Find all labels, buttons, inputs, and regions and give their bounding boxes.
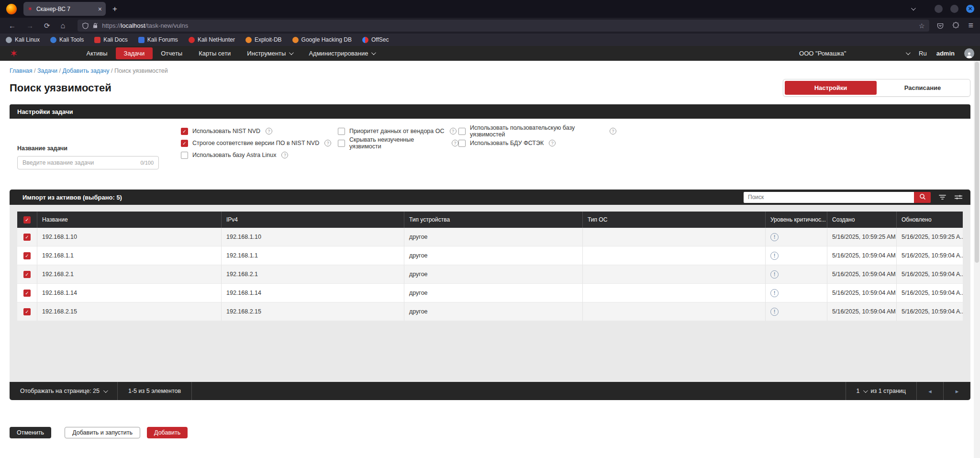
user-avatar[interactable] — [964, 48, 974, 58]
scrollbar-thumb[interactable] — [975, 62, 979, 263]
filter-icon[interactable] — [938, 194, 947, 201]
checkbox-checked[interactable] — [181, 140, 188, 147]
checkbox-unchecked[interactable] — [458, 140, 466, 147]
breadcrumb-tasks[interactable]: Задачи — [37, 67, 57, 74]
tab-schedule[interactable]: Расписание — [877, 81, 969, 95]
checkbox-checked[interactable] — [181, 128, 188, 135]
help-icon[interactable] — [610, 128, 616, 134]
forward-icon[interactable] — [26, 22, 33, 30]
nav-item-assets[interactable]: Активы — [78, 47, 116, 59]
kali-nethunter-icon — [189, 37, 195, 43]
tab-settings[interactable]: Настройки — [785, 81, 877, 95]
help-icon[interactable] — [324, 140, 331, 146]
nav-item-reports[interactable]: Отчеты — [153, 47, 190, 59]
url-bar[interactable]: https://localhost/task-new/vulns — [78, 20, 929, 32]
page-select[interactable]: 1 из 1 страниц — [846, 382, 917, 400]
col-criticality[interactable]: Уровень критичнос... — [766, 212, 827, 228]
table-row[interactable]: 192.168.1.10 192.168.1.10 другое 5/16/20… — [17, 228, 963, 246]
page-scrollbar[interactable] — [974, 61, 980, 458]
help-icon[interactable] — [450, 128, 457, 134]
search-button[interactable] — [914, 192, 931, 203]
hamburger-menu-icon[interactable] — [968, 21, 973, 31]
row-checkbox[interactable] — [23, 234, 31, 241]
table-row[interactable]: 192.168.1.14 192.168.1.14 другое 5/16/20… — [17, 284, 963, 302]
task-name-field[interactable]: 0/100 — [17, 156, 159, 169]
organization-select[interactable]: ООО "Ромашка" — [799, 50, 909, 57]
checkbox-unchecked[interactable] — [338, 140, 345, 147]
row-checkbox[interactable] — [23, 308, 31, 315]
help-icon[interactable] — [281, 152, 288, 158]
select-all-checkbox[interactable] — [23, 216, 31, 223]
col-ipv4[interactable]: IPv4 — [222, 212, 404, 228]
lock-warning-icon[interactable] — [92, 22, 98, 29]
per-page-select[interactable]: Отображать на странице: 25 — [10, 382, 118, 400]
char-counter: 0/100 — [140, 160, 154, 166]
table-row[interactable]: 192.168.2.15 192.168.2.15 другое 5/16/20… — [17, 302, 963, 321]
home-icon[interactable] — [61, 22, 66, 30]
row-checkbox[interactable] — [23, 271, 31, 278]
bookmark-google-hacking-db[interactable]: Google Hacking DB — [292, 36, 352, 43]
col-device-type[interactable]: Тип устройства — [404, 212, 583, 228]
assets-table: Название IPv4 Тип устройства Тип ОС Уров… — [17, 212, 963, 321]
add-button[interactable]: Добавить — [147, 427, 188, 438]
tracking-shield-icon[interactable] — [82, 22, 89, 29]
back-icon[interactable] — [9, 22, 16, 30]
table-footer: Отображать на странице: 25 1-5 из 5 элем… — [10, 382, 970, 400]
window-close-button[interactable]: ✕ — [966, 5, 974, 13]
search-input[interactable] — [744, 192, 914, 203]
window-maximize-button[interactable] — [950, 5, 958, 13]
criticality-info-icon[interactable] — [770, 252, 779, 260]
firefox-logo-icon[interactable] — [6, 4, 17, 14]
row-checkbox[interactable] — [23, 252, 31, 259]
google-hacking-db-icon — [292, 37, 299, 43]
columns-settings-icon[interactable] — [954, 194, 963, 201]
new-tab-button[interactable]: + — [112, 4, 117, 14]
bookmark-kali-tools[interactable]: Kali Tools — [50, 36, 84, 43]
breadcrumb-add-task[interactable]: Добавить задачу — [62, 67, 109, 74]
nav-item-administration[interactable]: Администрирование — [301, 47, 383, 59]
table-row[interactable]: 192.168.2.1 192.168.2.1 другое 5/16/2025… — [17, 265, 963, 284]
criticality-info-icon[interactable] — [770, 270, 779, 279]
app-logo-star-icon[interactable]: ✶ — [10, 48, 18, 58]
row-checkbox[interactable] — [23, 290, 31, 297]
checkbox-unchecked[interactable] — [338, 128, 345, 135]
task-name-input[interactable] — [22, 159, 140, 166]
window-minimize-button[interactable] — [935, 5, 943, 13]
help-icon[interactable] — [452, 140, 458, 146]
checkbox-unchecked[interactable] — [181, 152, 188, 159]
bookmark-kali-linux[interactable]: Kali Linux — [6, 36, 40, 43]
nav-item-tasks[interactable]: Задачи — [116, 47, 153, 59]
table-row[interactable]: 192.168.1.1 192.168.1.1 другое 5/16/2025… — [17, 246, 963, 265]
col-os-type[interactable]: Тип ОС — [583, 212, 766, 228]
list-all-tabs-icon[interactable] — [911, 6, 916, 11]
add-and-run-button[interactable]: Добавить и запустить — [65, 427, 140, 438]
col-created[interactable]: Создано — [827, 212, 897, 228]
help-icon[interactable] — [266, 128, 272, 134]
bookmark-kali-docs[interactable]: Kali Docs — [94, 36, 128, 43]
bookmark-offsec[interactable]: OffSec — [362, 36, 389, 43]
bookmark-kali-nethunter[interactable]: Kali NetHunter — [189, 36, 235, 43]
col-updated[interactable]: Обновлено — [897, 212, 963, 228]
bookmark-kali-forums[interactable]: Kali Forums — [138, 36, 178, 43]
pocket-icon[interactable] — [937, 22, 944, 29]
bookmark-star-icon[interactable] — [919, 22, 925, 30]
bookmark-exploit-db[interactable]: Exploit-DB — [245, 36, 282, 43]
breadcrumb-home[interactable]: Главная — [10, 67, 33, 74]
criticality-info-icon[interactable] — [770, 289, 779, 297]
reload-icon[interactable] — [44, 22, 50, 30]
col-name[interactable]: Название — [37, 212, 222, 228]
browser-toolbar: https://localhost/task-new/vulns — [0, 18, 980, 34]
extensions-puzzle-icon[interactable] — [952, 22, 959, 29]
nav-item-tools[interactable]: Инструменты — [239, 47, 301, 59]
checkbox-unchecked[interactable] — [458, 128, 466, 135]
cancel-button[interactable]: Отменить — [10, 427, 51, 438]
next-page-button[interactable] — [944, 382, 970, 400]
language-switch[interactable]: Ru — [919, 50, 927, 57]
help-icon[interactable] — [549, 140, 556, 146]
browser-tab[interactable]: ✶ Сканер-ВС 7 × — [23, 2, 106, 16]
prev-page-button[interactable] — [917, 382, 944, 400]
criticality-info-icon[interactable] — [770, 233, 779, 241]
criticality-info-icon[interactable] — [770, 308, 779, 316]
tab-close-icon[interactable]: × — [98, 5, 102, 13]
nav-item-network-maps[interactable]: Карты сети — [190, 47, 239, 59]
